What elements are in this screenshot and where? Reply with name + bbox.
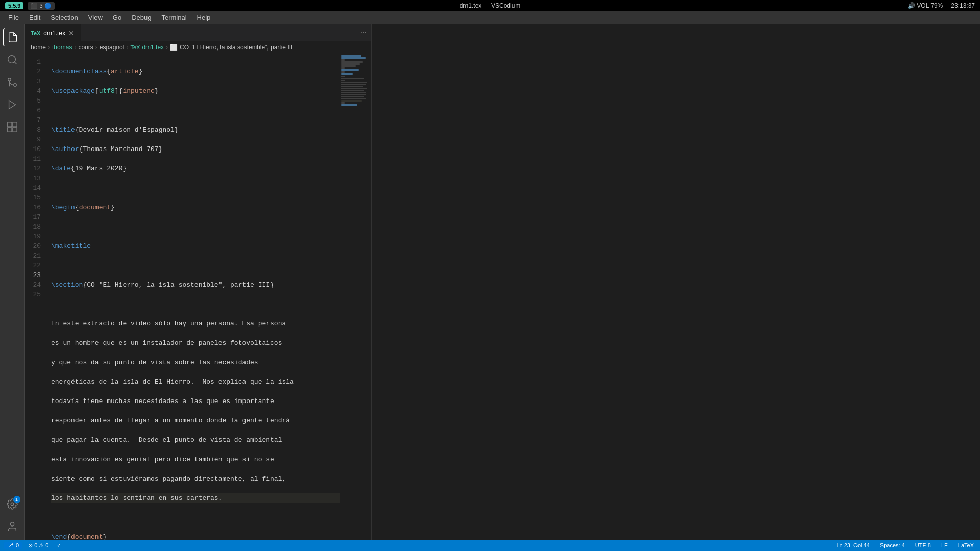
- code-1: \documentclass{article}: [51, 67, 340, 77]
- git-icon: ⎇: [7, 542, 14, 549]
- main-layout: 1 TeX dm1.tex ✕ ···: [0, 24, 980, 540]
- check-item[interactable]: ✓: [55, 542, 63, 549]
- ln-21: 21: [24, 251, 41, 261]
- ln-11: 11: [24, 154, 41, 164]
- code-18: todavía tiene muchas necesidades a las q…: [51, 396, 340, 406]
- encoding-indicator[interactable]: UTF-8: [913, 542, 933, 548]
- ln-15: 15: [24, 193, 41, 203]
- activity-extensions[interactable]: [3, 118, 21, 136]
- ln-4: 4: [24, 86, 41, 96]
- activity-bar: 1: [0, 24, 24, 540]
- warning-num: 0: [45, 542, 48, 548]
- ln-9: 9: [24, 135, 41, 144]
- code-4: \title{Devoir maison d'Espagnol}: [51, 125, 340, 135]
- ln-25: 25: [24, 290, 41, 299]
- svg-point-3: [8, 78, 11, 81]
- titlebar: 5.5.9 ⬛ 3 🔵 dm1.tex — VSCodium 🔊 VOL 79%…: [0, 0, 980, 11]
- tab-name-tex: dm1.tex: [43, 30, 65, 37]
- code-content[interactable]: \documentclass{article} \usepackage[utf8…: [45, 53, 340, 540]
- ln-14: 14: [24, 183, 41, 193]
- ln-10: 10: [24, 144, 41, 154]
- menu-view[interactable]: View: [84, 13, 107, 22]
- menu-help[interactable]: Help: [193, 13, 215, 22]
- breadcrumb-dm1[interactable]: dm1.tex: [142, 44, 164, 51]
- svg-rect-5: [7, 122, 11, 127]
- activity-debug[interactable]: [3, 95, 21, 114]
- cursor-position[interactable]: Ln 23, Col 44: [834, 542, 871, 548]
- activity-settings[interactable]: 1: [3, 495, 21, 513]
- svg-point-0: [8, 56, 15, 63]
- menu-selection[interactable]: Selection: [46, 13, 82, 22]
- ln-23: 23: [24, 270, 41, 280]
- breadcrumb-cours[interactable]: cours: [78, 44, 93, 51]
- code-22: siente como si estuviéramos pagando dire…: [51, 474, 340, 484]
- menubar: File Edit Selection View Go Debug Termin…: [0, 11, 980, 24]
- ln-12: 12: [24, 164, 41, 173]
- code-21: esta innovación es genial pero dice tamb…: [51, 455, 340, 464]
- code-25: \end{document}: [51, 532, 340, 540]
- code-24: [51, 513, 340, 522]
- code-8: \begin{document}: [51, 203, 340, 212]
- version-badge: 5.5.9: [5, 2, 23, 9]
- minimap: [340, 53, 371, 540]
- language-indicator[interactable]: LaTeX: [956, 542, 976, 548]
- code-13: [51, 299, 340, 309]
- menu-file[interactable]: File: [4, 13, 23, 22]
- sep3: ›: [95, 44, 97, 51]
- line-numbers: 1 2 3 4 5 6 7 8 9 10 11 12 13 14 15 16 1: [24, 53, 45, 540]
- error-count[interactable]: ⊗ 0 ⚠ 0: [26, 542, 51, 549]
- ln-2: 2: [24, 67, 41, 77]
- svg-rect-6: [12, 122, 16, 127]
- sep5: ›: [166, 44, 168, 51]
- code-9: [51, 222, 340, 232]
- sep2: ›: [74, 44, 76, 51]
- code-15: es un hombre que es un instalador de pan…: [51, 338, 340, 348]
- menu-debug[interactable]: Debug: [128, 13, 155, 22]
- clock: 23:13:37: [951, 2, 975, 9]
- git-branch[interactable]: ⎇ 0: [4, 542, 22, 549]
- titlebar-left: 5.5.9 ⬛ 3 🔵: [5, 2, 55, 10]
- terminal-debug-icon: 🔵: [44, 3, 52, 9]
- breadcrumb-section-icon: ⬜: [170, 44, 178, 51]
- breadcrumb-espagnol[interactable]: espagnol: [100, 44, 125, 51]
- breadcrumb-home[interactable]: home: [31, 44, 46, 51]
- tex-icon: TeX: [31, 30, 40, 36]
- activity-files[interactable]: [3, 28, 21, 46]
- breadcrumb-section[interactable]: CO "El Hierro, la isla sostenible", part…: [180, 44, 292, 51]
- activity-search[interactable]: [3, 51, 21, 69]
- activity-source-control[interactable]: [3, 73, 21, 91]
- minimap-content: [340, 53, 371, 108]
- error-icon: ⊗: [28, 542, 33, 549]
- menu-terminal[interactable]: Terminal: [157, 13, 190, 22]
- ln-1: 1: [24, 57, 41, 67]
- error-num: 0: [34, 542, 37, 548]
- ln-8: 8: [24, 125, 41, 135]
- ln-19: 19: [24, 232, 41, 241]
- titlebar-right: 🔊 VOL 79% 23:13:37: [908, 2, 975, 9]
- code-20: que pagar la cuenta. Desde el punto de v…: [51, 435, 340, 445]
- svg-point-10: [10, 522, 14, 526]
- tab-dm1-tex[interactable]: TeX dm1.tex ✕: [24, 24, 81, 42]
- close-tab-tex[interactable]: ✕: [68, 29, 75, 37]
- ln-17: 17: [24, 212, 41, 222]
- sep1: ›: [48, 44, 50, 51]
- breadcrumb: home › thomas › cours › espagnol › TeX d…: [24, 42, 371, 53]
- activity-bottom: 1: [3, 495, 21, 540]
- code-19: responder antes de llegar a un momento d…: [51, 416, 340, 425]
- code-23: los habitantes lo sentiran en sus carter…: [51, 493, 340, 503]
- editor-more-actions[interactable]: ···: [356, 28, 371, 37]
- sep4: ›: [126, 44, 128, 51]
- left-editor: TeX dm1.tex ✕ ··· home › thomas › cours …: [24, 24, 372, 540]
- svg-rect-8: [12, 128, 16, 132]
- volume-icon: 🔊: [908, 2, 917, 9]
- breadcrumb-thomas[interactable]: thomas: [52, 44, 72, 51]
- spaces-indicator[interactable]: Spaces: 4: [878, 542, 907, 548]
- activity-account[interactable]: [3, 517, 21, 536]
- ln-7: 7: [24, 115, 41, 125]
- code-2: \usepackage[utf8]{inputenc}: [51, 86, 340, 96]
- menu-edit[interactable]: Edit: [25, 13, 44, 22]
- eol-indicator[interactable]: LF: [939, 542, 950, 548]
- code-editor[interactable]: 1 2 3 4 5 6 7 8 9 10 11 12 13 14 15 16 1: [24, 53, 371, 540]
- menu-go[interactable]: Go: [109, 13, 126, 22]
- ln-5: 5: [24, 96, 41, 106]
